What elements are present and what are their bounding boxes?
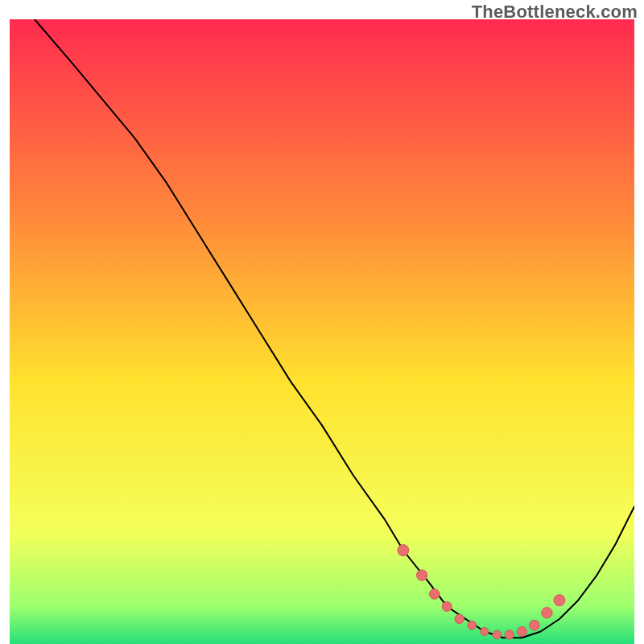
chart-frame: { "watermark": "TheBottleneck.com", "col… [0, 0, 644, 644]
valley-dot [417, 570, 427, 580]
valley-dot [481, 628, 489, 636]
valley-dot [398, 545, 409, 556]
valley-dot [468, 621, 477, 630]
valley-dot [554, 595, 565, 606]
valley-dot [517, 627, 526, 637]
valley-dot [455, 614, 464, 623]
valley-dot [442, 601, 452, 611]
valley-dot [542, 608, 552, 618]
valley-dot [429, 589, 440, 600]
valley-dot [530, 620, 540, 630]
bottleneck-chart [10, 19, 634, 644]
plot-background [10, 19, 634, 644]
valley-dot [505, 630, 514, 639]
valley-dot [493, 630, 502, 639]
